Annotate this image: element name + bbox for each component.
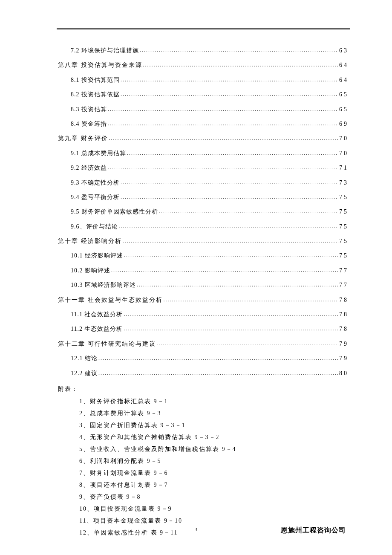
toc-row: 7.2 环境保护与治理措施63 [58,46,349,55]
toc-row: 第八章 投资估算与资金来源64 [58,61,349,70]
toc-label: 9.4 盈亏平衡分析 [71,193,120,202]
toc-row: 8.4 资金筹措69 [58,119,349,129]
toc-leader-dots [98,354,338,362]
toc-label: 第十章 经济影响分析 [58,237,122,246]
appendix-item: 2、总成本费用计算表 9－3 [58,408,349,419]
toc-page-number: 63 [339,46,349,55]
toc-row: 第十二章 可行性研究结论与建议79 [58,339,349,349]
toc-leader-dots [108,164,338,172]
page-number: 3 [195,526,198,533]
toc-label: 8.1 投资估算范围 [71,75,120,85]
toc-page-number: 75 [339,207,349,217]
toc-label: 9.1 总成本费用估算 [71,149,126,158]
toc-leader-dots [127,149,338,157]
toc-leader-dots [121,90,338,98]
toc-label: 9.5 财务评价单因素敏感性分析 [71,207,158,217]
toc-page-number: 75 [339,193,349,202]
toc-page-number: 75 [339,222,349,231]
toc-label: 8.3 投资估算 [71,105,107,114]
page-top-rule [57,28,350,29]
appendix-item: 4、无形资产和其他资产摊销费估算表 9－3－2 [58,431,349,443]
toc-label: 8.2 投资估算依据 [71,90,120,99]
toc-label: 10.2 影响评述 [71,266,110,275]
toc-leader-dots [111,266,338,275]
toc-leader-dots [121,76,338,84]
toc-label: 第九章 财务评价 [58,134,108,143]
toc-label: 12.2 建议 [71,369,98,378]
page-content: 7.2 环境保护与治理措施63第八章 投资估算与资金来源648.1 投资估算范围… [58,46,349,539]
toc-row: 9.1 总成本费用估算70 [58,149,349,158]
toc-page-number: 78 [339,324,349,334]
toc-leader-dots [119,223,339,231]
appendix-item: 11、项目资本金现金流量表 9－10 [58,515,349,527]
company-name: 恩施州工程咨询公司 [281,526,346,535]
toc-label: 第十二章 可行性研究结论与建议 [58,339,156,349]
toc-label: 11.1 社会效益分析 [71,310,123,319]
toc-page-number: 78 [339,295,349,305]
appendix-item: 5、营业收入、营业税金及附加和增值税估算表 9－4 [58,443,349,455]
toc-row: 8.3 投资估算65 [58,105,349,114]
toc-page-number: 71 [339,163,349,173]
toc-page-number: 79 [339,339,349,349]
appendix-item: 6、利润和利润分配表 9－5 [58,455,349,467]
appendix-list: 1、财务评价指标汇总表 9－12、总成本费用计算表 9－33、固定资产折旧费估算… [58,396,349,539]
toc-leader-dots [108,105,338,113]
toc-leader-dots [164,296,339,304]
toc-label: 12.1 结论 [71,354,98,363]
toc-row: 10.3 区域经济影响评述77 [58,280,349,290]
toc-row: 8.2 投资估算依据65 [58,90,349,99]
toc-leader-dots [108,120,338,128]
toc-row: 11.1 社会效益分析78 [58,310,349,319]
toc-leader-dots [140,46,338,55]
appendix-section: 附表： 1、财务评价指标汇总表 9－12、总成本费用计算表 9－33、固定资产折… [58,383,349,539]
toc-page-number: 64 [339,61,349,70]
toc-row: 10.2 影响评述77 [58,266,349,275]
toc-label: 9.6、评价与结论 [71,222,118,231]
toc-row: 第十一章 社会效益与生态效益分析78 [58,295,349,305]
toc-row: 9.4 盈亏平衡分析75 [58,193,349,202]
toc-page-number: 80 [339,369,349,378]
toc-row: 12.2 建议80 [58,369,349,378]
toc-label: 8.4 资金筹措 [71,119,107,129]
appendix-title: 附表： [58,383,349,395]
toc-row: 9.3 不确定性分析73 [58,178,349,188]
toc-row: 9.6、评价与结论75 [58,222,349,231]
toc-row: 9.5 财务评价单因素敏感性分析75 [58,207,349,217]
toc-page-number: 70 [339,134,349,143]
toc-leader-dots [124,251,338,260]
toc-leader-dots [98,369,338,377]
toc-page-number: 77 [339,280,349,290]
table-of-contents: 7.2 环境保护与治理措施63第八章 投资估算与资金来源648.1 投资估算范围… [58,46,349,378]
toc-row: 12.1 结论79 [58,354,349,363]
appendix-item: 8、项目还本付息计划表 9－7 [58,479,349,491]
toc-leader-dots [159,208,338,216]
toc-leader-dots [121,193,338,201]
toc-label: 9.3 不确定性分析 [71,178,120,188]
toc-label: 11.2 生态效益分析 [71,324,123,334]
toc-leader-dots [124,310,338,318]
toc-leader-dots [123,237,339,245]
toc-leader-dots [124,325,338,333]
appendix-item: 10、项目投资现金流量表 9－9 [58,503,349,515]
toc-label: 9.2 经济效益 [71,163,107,173]
toc-label: 第八章 投资估算与资金来源 [58,61,142,70]
toc-page-number: 65 [339,105,349,114]
toc-page-number: 70 [339,149,349,158]
toc-leader-dots [109,134,339,142]
toc-page-number: 69 [339,119,349,129]
toc-leader-dots [157,340,339,348]
toc-page-number: 64 [339,75,349,85]
toc-label: 10.3 区域经济影响评述 [71,280,136,290]
toc-label: 10.1 经济影响评述 [71,251,123,260]
toc-leader-dots [143,61,339,69]
toc-label: 7.2 环境保护与治理措施 [71,46,139,55]
toc-row: 第九章 财务评价70 [58,134,349,143]
appendix-item: 9、资产负债表 9－8 [58,491,349,503]
toc-page-number: 65 [339,90,349,99]
appendix-item: 7、财务计划现金流量表 9－6 [58,467,349,479]
toc-row: 第十章 经济影响分析75 [58,237,349,246]
toc-label: 第十一章 社会效益与生态效益分析 [58,295,163,305]
toc-page-number: 79 [339,354,349,363]
toc-page-number: 75 [339,251,349,260]
appendix-item: 3、固定资产折旧费估算表 9－3－1 [58,419,349,431]
